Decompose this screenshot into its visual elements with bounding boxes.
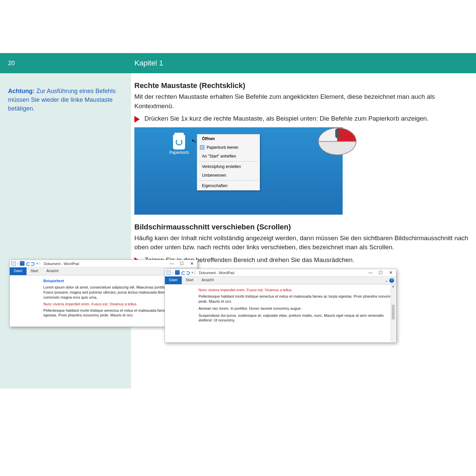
app-icon xyxy=(11,261,16,266)
warning-label: Achtung: xyxy=(8,88,35,94)
maximize-button[interactable]: ☐ xyxy=(377,270,385,275)
scroll-up-icon[interactable]: ▲ xyxy=(391,285,395,289)
main-content: Rechte Maustaste (Rechtsklick) Mit der r… xyxy=(134,73,469,268)
close-button[interactable]: ✕ xyxy=(387,270,395,275)
maximize-button[interactable]: ☐ xyxy=(178,261,186,266)
redo-icon[interactable] xyxy=(31,262,35,266)
page-number: 20 xyxy=(8,60,15,67)
menu-separator xyxy=(199,180,258,181)
save-icon[interactable] xyxy=(20,261,25,266)
menu-empty-bin[interactable]: Papierkorb leeren xyxy=(197,143,260,152)
undo-icon[interactable] xyxy=(26,262,30,266)
section1-bullet: Drücken Sie 1x kurz die rechte Maustaste… xyxy=(134,114,469,123)
section1-title: Rechte Maustaste (Rechtsklick) xyxy=(134,81,469,90)
window-title: Dokument - WordPad xyxy=(199,271,234,275)
tab-file[interactable]: Datei xyxy=(10,267,27,275)
wordpad-window-2: | ▾ | Dokument - WordPad — ☐ ✕ Datei Sta… xyxy=(165,269,396,343)
quick-access-toolbar xyxy=(19,261,35,266)
section1-body: Mit der rechten Maustaste erhalten Sie B… xyxy=(134,92,469,111)
trash-icon xyxy=(173,135,185,149)
minimize-button[interactable]: — xyxy=(366,270,375,275)
doc-paragraph: Aenean nec lorem. In porttitor. Donec la… xyxy=(199,306,396,311)
scrollbar[interactable]: ▲ xyxy=(391,285,395,342)
document-area[interactable]: Nunc viverra imperdiet enim. Fusce est. … xyxy=(165,285,396,328)
chevron-down-icon[interactable]: ⌄ xyxy=(385,278,388,283)
svg-rect-1 xyxy=(335,129,339,138)
app-icon xyxy=(166,270,171,275)
ribbon-tabs: Datei Start Ansicht ⌄ ? xyxy=(165,276,396,285)
section2-title: Bildschirmausschnitt verschieben (Scroll… xyxy=(134,223,469,231)
menu-create-shortcut[interactable]: Verknüpfung erstellen xyxy=(197,162,260,171)
cursor-icon: ↖ xyxy=(191,137,197,145)
menu-pin-start[interactable]: An "Start" anheften xyxy=(197,152,260,161)
section2-body: Häufig kann der Inhalt nicht vollständig… xyxy=(134,233,469,252)
menu-separator xyxy=(199,161,258,162)
menu-properties[interactable]: Eigenschaften xyxy=(197,181,260,190)
mouse-illustration xyxy=(314,121,361,158)
titlebar[interactable]: | ▾ | Dokument - WordPad — ☐ ✕ xyxy=(10,260,197,267)
context-menu: Öffnen Papierkorb leeren An "Start" anhe… xyxy=(197,134,260,190)
redo-icon[interactable] xyxy=(186,271,190,275)
tab-view[interactable]: Ansicht xyxy=(198,276,218,284)
minimize-button[interactable]: — xyxy=(168,261,176,266)
menu-rename[interactable]: Umbenennen xyxy=(197,171,260,180)
menu-open[interactable]: Öffnen xyxy=(197,134,260,143)
desktop-screenshot: Papierkorb ↖ Öffnen Papierkorb leeren An… xyxy=(134,127,343,215)
save-icon[interactable] xyxy=(175,270,180,275)
tab-file[interactable]: Datei xyxy=(165,276,182,284)
doc-red-text: Nunc viverra imperdiet enim. Fusce est. … xyxy=(199,288,396,292)
undo-icon[interactable] xyxy=(181,271,185,275)
tab-start[interactable]: Start xyxy=(182,276,198,284)
recycle-bin-icon[interactable]: Papierkorb xyxy=(166,133,192,155)
warning-text: Achtung: Zur Ausführung eines Befehls mü… xyxy=(8,87,123,113)
quick-access-toolbar xyxy=(175,270,190,275)
chapter-title: Kapitel 1 xyxy=(134,59,163,68)
bullet-triangle-icon xyxy=(134,116,140,123)
recycle-bin-label: Papierkorb xyxy=(166,150,192,155)
chapter-header: 20 Kapitel 1 xyxy=(0,53,476,73)
doc-paragraph: Pellentesque habitant morbi tristique se… xyxy=(199,294,396,304)
tab-view[interactable]: Ansicht xyxy=(42,267,62,275)
titlebar[interactable]: | ▾ | Dokument - WordPad — ☐ ✕ xyxy=(165,269,396,276)
help-icon[interactable]: ? xyxy=(389,278,394,283)
window-title: Dokument - WordPad xyxy=(44,262,79,266)
scroll-thumb[interactable] xyxy=(392,305,395,319)
close-button[interactable]: ✕ xyxy=(188,261,196,266)
sidebar-note: Achtung: Zur Ausführung eines Befehls mü… xyxy=(0,73,131,389)
tab-start[interactable]: Start xyxy=(27,267,42,275)
doc-paragraph: Suspendisse dui purus, scelerisque at, v… xyxy=(199,313,396,323)
